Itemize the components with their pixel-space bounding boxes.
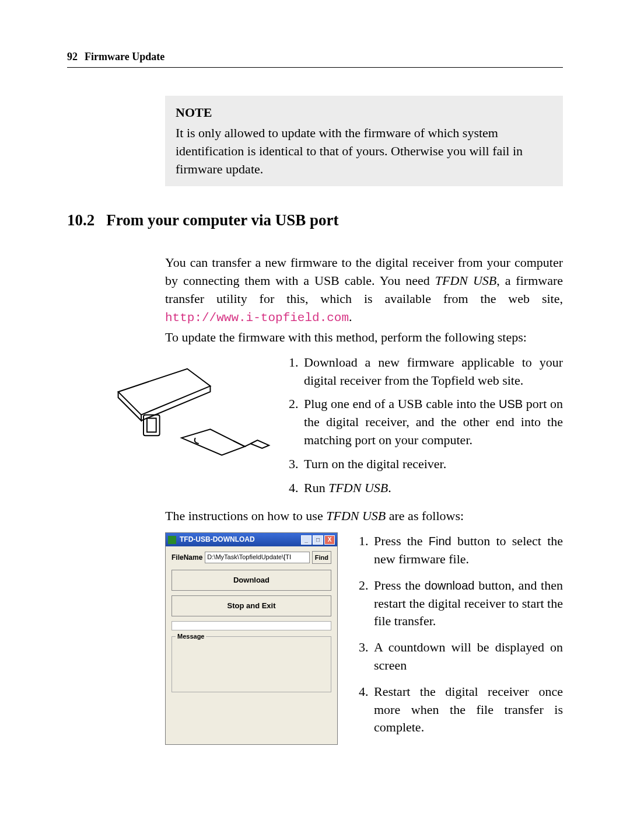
page-number: 92 [67, 50, 78, 64]
tfdn-usb-name: TFDN USB [326, 508, 386, 523]
card-cable-icon [101, 357, 274, 472]
step-a-1: Download a new firmware applicable to yo… [302, 354, 563, 390]
maximize-button[interactable]: □ [313, 535, 323, 545]
intro-paragraph-2: To update the firmware with this method,… [165, 329, 563, 347]
minimize-button[interactable]: _ [301, 535, 312, 545]
find-label: Find [429, 535, 452, 548]
filename-label: FileName [172, 553, 202, 563]
section-heading: 10.2 From your computer via USB port [67, 210, 563, 232]
intro-paragraph-1: You can transfer a new firmware to the d… [165, 254, 563, 326]
topfield-url[interactable]: http://www.i-topfield.com [165, 311, 349, 325]
note-body: It is only allowed to update with the fi… [176, 124, 552, 178]
filename-input[interactable]: D:\MyTask\TopfieldUpdate\[TI [205, 552, 309, 563]
page-header: 92 Firmware Update [67, 50, 563, 68]
download-label: download [425, 579, 475, 592]
mid-paragraph: The instructions on how to use TFDN USB … [165, 507, 563, 525]
app-icon [168, 536, 176, 544]
stop-and-exit-button[interactable]: Stop and Exit [172, 595, 331, 616]
step-b-2: Press the download button, and then rest… [372, 577, 563, 630]
window-titlebar[interactable]: TFD-USB-DOWNLOAD _ □ X [166, 533, 337, 546]
download-button[interactable]: Download [172, 570, 331, 591]
window-title: TFD-USB-DOWNLOAD [180, 535, 255, 545]
step-a-2: Plug one end of a USB cable into the USB… [302, 395, 563, 449]
find-button[interactable]: Find [312, 551, 331, 564]
section-title: From your computer via USB port [106, 210, 338, 232]
step-a-4: Run TFDN USB. [302, 479, 563, 497]
section-number: 10.2 [67, 210, 94, 232]
note-label: NOTE [176, 104, 552, 122]
message-group: Message [172, 636, 331, 692]
steps-list-a: Download a new firmware applicable to yo… [285, 354, 563, 503]
tfdn-usb-name: TFDN USB [435, 273, 496, 288]
tfd-usb-download-window: TFD-USB-DOWNLOAD _ □ X FileName D:\MyTas… [165, 532, 338, 745]
usb-port-label: USB [499, 398, 523, 410]
step-b-3: A countdown will be displayed on screen [372, 639, 563, 675]
usb-card-illustration [101, 354, 274, 503]
note-box: NOTE It is only allowed to update with t… [165, 96, 563, 186]
close-button[interactable]: X [324, 535, 335, 545]
message-label: Message [176, 632, 206, 641]
tfdn-usb-name: TFDN USB [328, 480, 388, 495]
progress-bar [172, 621, 331, 630]
header-title: Firmware Update [85, 50, 164, 64]
step-a-3: Turn on the digital receiver. [302, 455, 563, 473]
steps-list-b: Press the Find button to select the new … [354, 532, 563, 745]
step-b-1: Press the Find button to select the new … [372, 532, 563, 569]
step-b-4: Restart the digital receiver once more w… [372, 683, 563, 737]
